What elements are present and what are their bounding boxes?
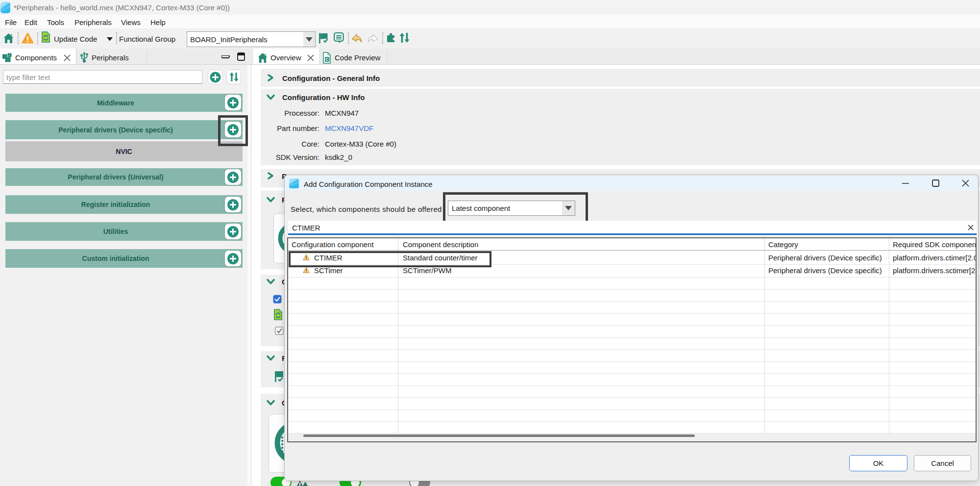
svg-text:C: C (325, 57, 329, 62)
